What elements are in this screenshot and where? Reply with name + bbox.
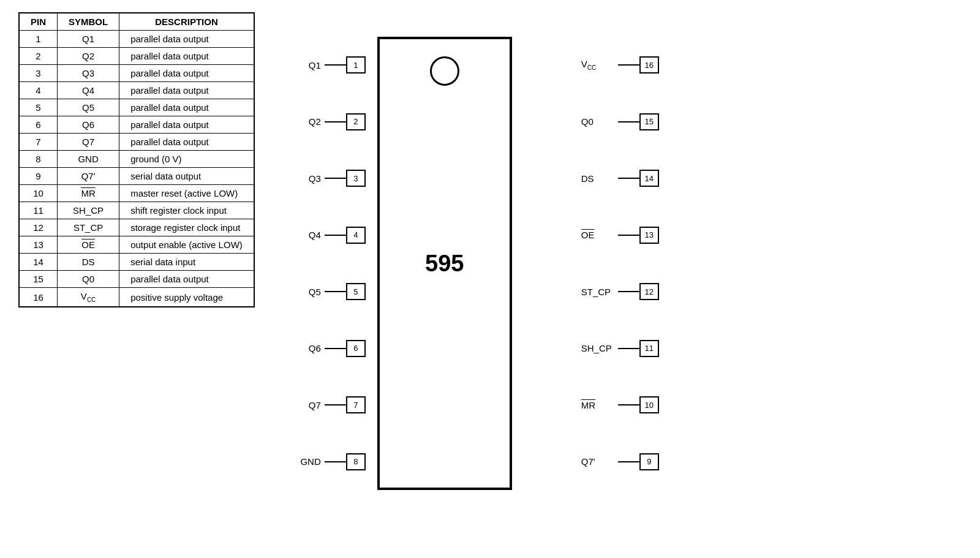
- pin-label-left: Q7: [292, 400, 321, 410]
- cell-description: parallel data output: [119, 65, 254, 82]
- right-pin-13: 13OE: [512, 227, 659, 244]
- cell-description: positive supply voltage: [119, 288, 254, 307]
- cell-pin: 3: [19, 65, 58, 82]
- pin-box-left: 1: [346, 56, 366, 74]
- pin-box-right: 11: [639, 340, 659, 357]
- right-pin-10: 10MR: [512, 396, 659, 413]
- cell-symbol: ST_CP: [58, 219, 119, 236]
- cell-description: parallel data output: [119, 99, 254, 116]
- table-row: 6Q6parallel data output: [19, 116, 254, 134]
- left-pin-7: Q77: [292, 396, 366, 413]
- cell-pin: 10: [19, 185, 58, 202]
- cell-pin: 11: [19, 202, 58, 219]
- table-row: 15Q0parallel data output: [19, 271, 254, 288]
- right-pin-15: 15Q0: [512, 113, 659, 130]
- col-header-pin: PIN: [19, 13, 58, 31]
- cell-symbol: Q1: [58, 31, 119, 48]
- pin-label-left: Q5: [292, 287, 321, 297]
- table-row: 11SH_CPshift register clock input: [19, 202, 254, 219]
- cell-pin: 4: [19, 82, 58, 99]
- cell-description: shift register clock input: [119, 202, 254, 219]
- cell-pin: 16: [19, 288, 58, 307]
- cell-symbol: OE: [58, 236, 119, 254]
- pin-box-right: 16: [639, 56, 659, 74]
- pin-label-left: Q3: [292, 173, 321, 184]
- pin-box-right: 10: [639, 396, 659, 413]
- table-row: 4Q4parallel data output: [19, 82, 254, 99]
- cell-symbol: GND: [58, 151, 119, 168]
- ic-diagram: 595 Q11Q22Q33Q44Q55Q66Q77GND8 16VCC15Q01…: [292, 12, 659, 545]
- table-row: 10MRmaster reset (active LOW): [19, 185, 254, 202]
- table-row: 7Q7parallel data output: [19, 134, 254, 151]
- cell-pin: 13: [19, 236, 58, 254]
- cell-description: output enable (active LOW): [119, 236, 254, 254]
- cell-pin: 8: [19, 151, 58, 168]
- cell-pin: 15: [19, 271, 58, 288]
- pin-label-left: Q1: [292, 60, 321, 70]
- pin-box-left: 7: [346, 396, 366, 413]
- left-pin-3: Q33: [292, 170, 366, 187]
- cell-symbol: Q4: [58, 82, 119, 99]
- table-row: 1Q1parallel data output: [19, 31, 254, 48]
- pin-box-right: 12: [639, 283, 659, 300]
- right-pin-14: 14DS: [512, 170, 659, 187]
- cell-pin: 9: [19, 168, 58, 185]
- pin-label-left: GND: [292, 456, 321, 467]
- col-header-symbol: SYMBOL: [58, 13, 119, 31]
- table-row: 14DSserial data input: [19, 254, 254, 271]
- cell-description: parallel data output: [119, 134, 254, 151]
- pin-box-right: 14: [639, 170, 659, 187]
- table-row: 8GNDground (0 V): [19, 151, 254, 168]
- cell-pin: 14: [19, 254, 58, 271]
- cell-description: master reset (active LOW): [119, 185, 254, 202]
- cell-description: ground (0 V): [119, 151, 254, 168]
- pin-box-left: 2: [346, 113, 366, 130]
- right-pin-9: 9Q7': [512, 453, 659, 470]
- pin-box-left: 6: [346, 340, 366, 357]
- ic-notch: [430, 56, 459, 86]
- table-row: 3Q3parallel data output: [19, 65, 254, 82]
- cell-pin: 5: [19, 99, 58, 116]
- pin-box-right: 9: [639, 453, 659, 470]
- left-pin-8: GND8: [292, 453, 366, 470]
- cell-symbol: Q6: [58, 116, 119, 134]
- col-header-description: DESCRIPTION: [119, 13, 254, 31]
- cell-symbol: Q7': [58, 168, 119, 185]
- pin-label-right: SH_CP: [581, 343, 618, 353]
- cell-description: parallel data output: [119, 116, 254, 134]
- cell-description: parallel data output: [119, 48, 254, 65]
- cell-symbol: Q7: [58, 134, 119, 151]
- pin-label-left: Q2: [292, 116, 321, 127]
- left-pin-6: Q66: [292, 340, 366, 357]
- pin-label-right: VCC: [581, 59, 618, 71]
- pin-box-right: 15: [639, 113, 659, 130]
- table-row: 2Q2parallel data output: [19, 48, 254, 65]
- cell-description: storage register clock input: [119, 219, 254, 236]
- cell-symbol: DS: [58, 254, 119, 271]
- cell-description: parallel data output: [119, 271, 254, 288]
- pin-label-left: Q4: [292, 230, 321, 240]
- right-pin-11: 11SH_CP: [512, 340, 659, 357]
- pin-box-left: 4: [346, 227, 366, 244]
- left-pin-1: Q11: [292, 56, 366, 74]
- cell-pin: 7: [19, 134, 58, 151]
- cell-symbol: Q5: [58, 99, 119, 116]
- cell-pin: 6: [19, 116, 58, 134]
- cell-pin: 2: [19, 48, 58, 65]
- cell-symbol: Q2: [58, 48, 119, 65]
- cell-symbol: MR: [58, 185, 119, 202]
- pin-label-left: Q6: [292, 343, 321, 353]
- pin-label-right: OE: [581, 230, 618, 240]
- left-pin-5: Q55: [292, 283, 366, 300]
- cell-description: serial data output: [119, 168, 254, 185]
- pin-box-left: 3: [346, 170, 366, 187]
- right-pin-12: 12ST_CP: [512, 283, 659, 300]
- cell-symbol: Q0: [58, 271, 119, 288]
- left-pin-4: Q44: [292, 227, 366, 244]
- pin-label-right: ST_CP: [581, 287, 618, 297]
- cell-symbol: SH_CP: [58, 202, 119, 219]
- table-row: 16VCCpositive supply voltage: [19, 288, 254, 307]
- pin-table: PIN SYMBOL DESCRIPTION 1Q1parallel data …: [18, 12, 255, 307]
- table-row: 13OEoutput enable (active LOW): [19, 236, 254, 254]
- pin-box-left: 5: [346, 283, 366, 300]
